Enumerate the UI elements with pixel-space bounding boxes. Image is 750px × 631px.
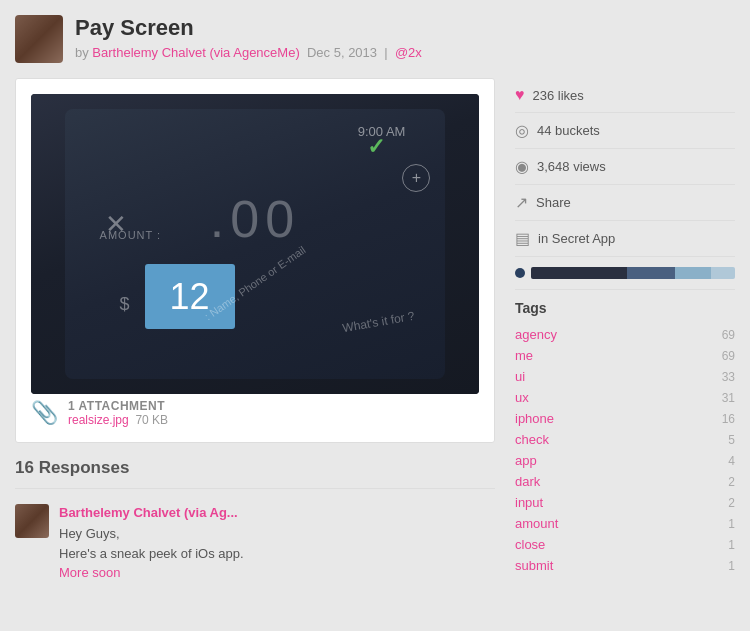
buckets-row: ◎ 44 buckets: [515, 113, 735, 149]
attachment-label: 1 ATTACHMENT: [68, 399, 168, 413]
tag-count: 2: [728, 475, 735, 489]
tag-count: 69: [722, 328, 735, 342]
color-segment-lighter: [711, 267, 735, 279]
folder-icon: ▤: [515, 229, 530, 248]
shot-header: Pay Screen by Barthelemy Chalvet (via Ag…: [15, 15, 735, 63]
checkmark-icon: ✓: [367, 134, 385, 160]
main-layout: 9:00 AM ✓ + ✕ .00 AMOUNT : $ 12 : Name, …: [15, 78, 735, 598]
responses-section: 16 Responses Barthelemy Chalvet (via Ag.…: [15, 458, 495, 583]
file-size: 70 KB: [132, 413, 168, 427]
collection-row: ▤ in Secret App: [515, 221, 735, 257]
tag-row: agency 69: [515, 324, 735, 345]
shot-container: 9:00 AM ✓ + ✕ .00 AMOUNT : $ 12 : Name, …: [15, 78, 495, 443]
dollar-box: 12: [145, 264, 235, 329]
color-bar-row: [515, 257, 735, 290]
tag-link[interactable]: amount: [515, 516, 558, 531]
tag-count: 33: [722, 370, 735, 384]
tag-link[interactable]: iphone: [515, 411, 554, 426]
collection-label: in Secret App: [538, 231, 615, 246]
tag-count: 1: [728, 538, 735, 552]
tag-row: ui 33: [515, 366, 735, 387]
eye-icon: ◉: [515, 157, 529, 176]
tag-link[interactable]: submit: [515, 558, 553, 573]
tag-link[interactable]: ui: [515, 369, 525, 384]
page-title: Pay Screen: [75, 15, 422, 41]
plus-button[interactable]: +: [402, 164, 430, 192]
tag-count: 1: [728, 517, 735, 531]
tag-count: 2: [728, 496, 735, 510]
tag-row: submit 1: [515, 555, 735, 576]
tags-container: agency 69 me 69 ui 33 ux 31 iphone 16 ch…: [515, 324, 735, 576]
tag-row: input 2: [515, 492, 735, 513]
attachment-row: 📎 1 ATTACHMENT realsize.jpg 70 KB: [31, 394, 479, 427]
more-soon-link[interactable]: More soon: [59, 565, 120, 580]
right-sidebar: ♥ 236 likes ◎ 44 buckets ◉ 3,648 views ↗…: [515, 78, 735, 576]
color-segment-light: [675, 267, 711, 279]
tag-row: close 1: [515, 534, 735, 555]
shot-image: 9:00 AM ✓ + ✕ .00 AMOUNT : $ 12 : Name, …: [31, 94, 479, 394]
comment-body: Barthelemy Chalvet (via Ag... Hey Guys, …: [59, 504, 244, 583]
phone-mockup: 9:00 AM ✓ + ✕ .00 AMOUNT : $ 12 : Name, …: [31, 94, 479, 394]
tag-link[interactable]: check: [515, 432, 549, 447]
color-segment-mid: [627, 267, 675, 279]
page-wrapper: Pay Screen by Barthelemy Chalvet (via Ag…: [0, 0, 750, 613]
tag-row: me 69: [515, 345, 735, 366]
tag-link[interactable]: me: [515, 348, 533, 363]
tag-row: app 4: [515, 450, 735, 471]
tag-link[interactable]: input: [515, 495, 543, 510]
tags-section: Tags agency 69 me 69 ui 33 ux 31 iphone …: [515, 290, 735, 576]
attachment-link[interactable]: realsize.jpg: [68, 413, 129, 427]
dollar-sign: $: [120, 294, 130, 315]
tag-count: 4: [728, 454, 735, 468]
whats-it-for: What's it for ?: [342, 309, 416, 335]
comment: Barthelemy Chalvet (via Ag... Hey Guys, …: [15, 504, 495, 583]
comment-text: Hey Guys, Here's a sneak peek of iOs app…: [59, 524, 244, 583]
tags-title: Tags: [515, 300, 735, 316]
attachment-info: 1 ATTACHMENT realsize.jpg 70 KB: [68, 399, 168, 427]
buckets-count: 44 buckets: [537, 123, 600, 138]
avatar: [15, 15, 63, 63]
tag-row: amount 1: [515, 513, 735, 534]
tag-link[interactable]: dark: [515, 474, 540, 489]
color-segment-dark: [531, 267, 627, 279]
share-icon: ↗: [515, 193, 528, 212]
tag-link[interactable]: agency: [515, 327, 557, 342]
views-row: ◉ 3,648 views: [515, 149, 735, 185]
color-bar: [531, 267, 735, 279]
tag-link[interactable]: app: [515, 453, 537, 468]
bucket-icon: ◎: [515, 121, 529, 140]
tag-link[interactable]: close: [515, 537, 545, 552]
tag-count: 31: [722, 391, 735, 405]
comment-avatar: [15, 504, 49, 538]
share-row[interactable]: ↗ Share: [515, 185, 735, 221]
views-count: 3,648 views: [537, 159, 606, 174]
share-label: Share: [536, 195, 571, 210]
author-link[interactable]: Barthelemy Chalvet (via AgenceMe): [92, 45, 299, 60]
resolution-link[interactable]: @2x: [395, 45, 422, 60]
date-label: Dec 5, 2013: [307, 45, 377, 60]
tag-row: check 5: [515, 429, 735, 450]
responses-header: 16 Responses: [15, 458, 495, 489]
left-column: 9:00 AM ✓ + ✕ .00 AMOUNT : $ 12 : Name, …: [15, 78, 495, 598]
tag-link[interactable]: ux: [515, 390, 529, 405]
comment-body-text: Here's a sneak peek of iOs app.: [59, 546, 244, 561]
tag-count: 16: [722, 412, 735, 426]
tag-count: 5: [728, 433, 735, 447]
tag-count: 1: [728, 559, 735, 573]
greeting: Hey Guys,: [59, 526, 120, 541]
shot-meta: Pay Screen by Barthelemy Chalvet (via Ag…: [75, 15, 422, 60]
tag-count: 69: [722, 349, 735, 363]
tag-row: iphone 16: [515, 408, 735, 429]
tag-row: dark 2: [515, 471, 735, 492]
likes-count: 236 likes: [533, 88, 584, 103]
paperclip-icon: 📎: [31, 400, 58, 426]
commenter-link[interactable]: Barthelemy Chalvet (via Ag...: [59, 505, 238, 520]
tag-row: ux 31: [515, 387, 735, 408]
phone-screen: 9:00 AM ✓ + ✕ .00 AMOUNT : $ 12 : Name, …: [65, 109, 446, 379]
heart-icon: ♥: [515, 86, 525, 104]
likes-row: ♥ 236 likes: [515, 78, 735, 113]
byline: by Barthelemy Chalvet (via AgenceMe) Dec…: [75, 45, 422, 60]
amount-label: AMOUNT :: [100, 229, 162, 241]
color-dot: [515, 268, 525, 278]
